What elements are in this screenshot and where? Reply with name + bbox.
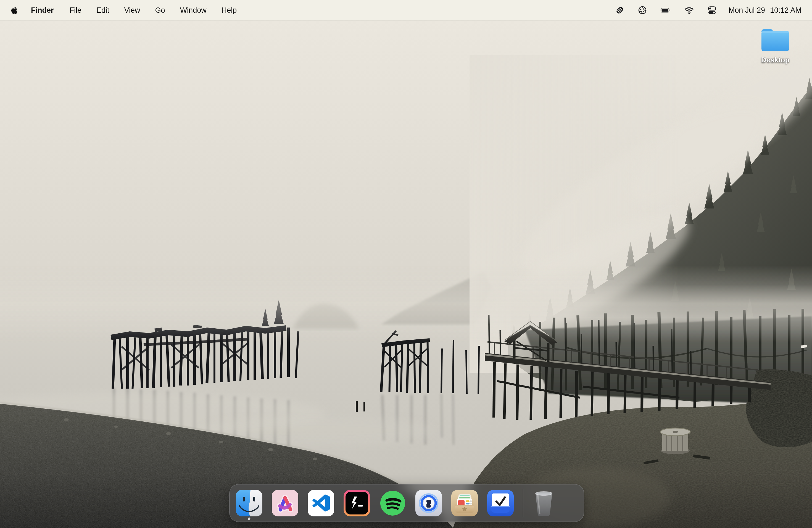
menu-go[interactable]: Go [148, 6, 173, 15]
menu-file[interactable]: File [62, 6, 89, 15]
menu-bar-clock[interactable]: Mon Jul 29 10:12 AM [729, 6, 801, 15]
dock-vscode-icon[interactable] [308, 490, 334, 516]
dock-things-icon[interactable] [487, 490, 514, 516]
apple-menu[interactable] [11, 6, 18, 14]
dock-finder-icon[interactable] [236, 490, 262, 516]
aperture-icon[interactable] [637, 5, 648, 15]
menu-view[interactable]: View [117, 6, 148, 15]
dock [229, 484, 584, 522]
menu-edit[interactable]: Edit [89, 6, 117, 15]
macos-desktop: Finder File Edit View Go Window Help [0, 0, 812, 528]
dock-anybox-icon[interactable] [451, 490, 478, 516]
dock-trash-icon[interactable] [532, 490, 556, 516]
clock-date: Mon Jul 29 [729, 6, 765, 15]
running-indicator [248, 517, 250, 520]
menu-window[interactable]: Window [173, 6, 214, 15]
wifi-icon[interactable] [684, 5, 694, 15]
battery-full-icon[interactable] [660, 5, 671, 15]
desktop-folder-label: Desktop [757, 56, 793, 64]
dock-warp-icon[interactable] [344, 490, 370, 516]
apple-logo-icon [11, 6, 18, 14]
menu-app-finder[interactable]: Finder [23, 6, 62, 15]
menu-bar: Finder File Edit View Go Window Help [0, 0, 812, 20]
clock-time: 10:12 AM [770, 6, 801, 15]
striped-pill-icon[interactable] [615, 5, 625, 15]
dock-1password-icon[interactable] [416, 490, 442, 516]
control-center-icon[interactable] [707, 5, 717, 15]
desktop-folder-icon[interactable]: Desktop [757, 27, 793, 64]
menu-help[interactable]: Help [214, 6, 244, 15]
dock-divider [523, 489, 523, 517]
dock-spotify-icon[interactable] [379, 490, 406, 516]
folder-icon [759, 27, 791, 54]
dock-arc-icon[interactable] [272, 490, 298, 516]
wallpaper-image [0, 0, 812, 528]
